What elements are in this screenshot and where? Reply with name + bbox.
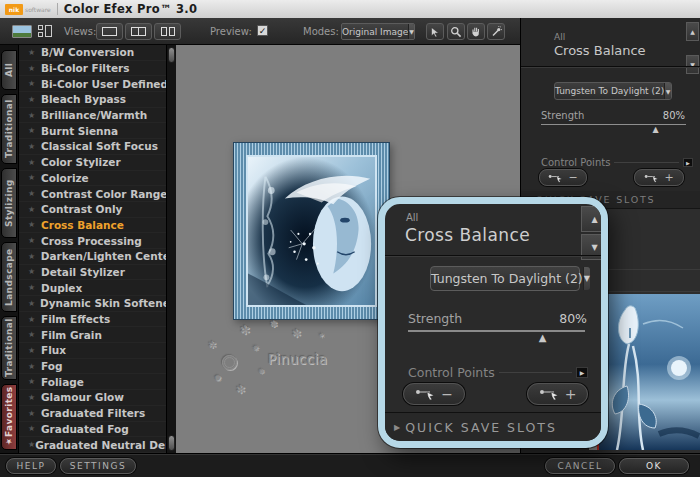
view-side-by-side-button[interactable] [154,23,181,40]
sidebar-tab-stylizing-2[interactable]: Stylizing [1,168,17,238]
star-icon[interactable]: ★ [28,173,41,182]
star-icon[interactable]: ★ [28,236,41,245]
filter-row[interactable]: ★Cross Balance [19,218,175,234]
quick-save-slots-header[interactable]: ▶ QUICK SAVE SLOTS [385,412,601,441]
scrollbar-thumb-top[interactable] [168,47,175,63]
filter-row[interactable]: ★Graduated Neutral Density [19,437,175,453]
filter-row[interactable]: ★Contrast Only [19,202,175,218]
sidebar-tab-all-0[interactable]: All [1,50,17,90]
filter-row[interactable]: ★Graduated Fog [19,422,175,438]
filter-row[interactable]: ★B/W Conversion [19,45,175,61]
star-icon[interactable]: ★ [28,252,41,261]
slider-marker-icon[interactable]: ▲ [539,332,547,343]
star-icon[interactable]: ★ [28,189,41,198]
control-points-expand-button[interactable] [576,367,588,378]
star-icon[interactable]: ★ [28,377,41,386]
filter-row[interactable]: ★Classical Soft Focus [19,139,175,155]
modes-dropdown[interactable]: Original Image [341,23,415,40]
star-icon[interactable]: ★ [28,299,40,308]
slot-preview-image [599,294,700,450]
filter-row[interactable]: ★Flux [19,343,175,359]
preset-dropdown[interactable]: Tungsten To Daylight (2) [554,82,672,100]
star-icon[interactable]: ★ [28,424,41,433]
star-icon[interactable]: ★ [28,220,41,229]
add-control-point-button[interactable]: + [634,169,684,186]
filter-row[interactable]: ★Duplex [19,280,175,296]
filter-row[interactable]: ★Brilliance/Warmth [19,108,175,124]
strength-slider[interactable]: ▲ [408,330,585,332]
cancel-button[interactable]: CANCEL [545,458,615,474]
filter-row[interactable]: ★Cross Processing [19,233,175,249]
remove-control-point-button[interactable]: − [539,169,587,186]
filter-label: Contrast Only [41,203,122,215]
star-icon[interactable]: ★ [28,48,41,57]
filter-row[interactable]: ★Colorize [19,171,175,187]
sidebar-tab-traditional-1[interactable]: Traditional [1,94,17,164]
star-icon[interactable]: ★ [28,64,41,73]
star-icon[interactable]: ★ [28,409,41,418]
star-icon[interactable]: ★ [28,330,41,339]
remove-control-point-button[interactable]: − [403,383,465,405]
view-single-button[interactable] [96,23,123,40]
filter-row[interactable]: ★Bleach Bypass [19,92,175,108]
star-icon[interactable]: ★ [28,440,35,449]
star-icon[interactable]: ★ [28,95,41,104]
control-points-expand-button[interactable] [683,158,693,167]
filter-row[interactable]: ★Film Grain [19,327,175,343]
filter-row[interactable]: ★Foliage [19,374,175,390]
sidebar-tab-traditional-4[interactable]: Traditional [1,316,17,380]
star-icon[interactable]: ★ [28,79,41,88]
scroll-down-button[interactable] [686,55,699,74]
star-icon[interactable]: ★ [28,111,41,120]
star-icon[interactable]: ★ [28,205,41,214]
view-split-button[interactable] [125,23,152,40]
select-tool-button[interactable] [426,23,444,40]
image-thumbnail-icon[interactable] [12,25,32,38]
ok-button[interactable]: OK [619,458,689,474]
scrollbar-thumb-bottom[interactable] [168,435,175,451]
chevron-down-icon [664,83,671,99]
scroll-up-button[interactable] [581,206,608,232]
filter-row[interactable]: ★Bi-Color Filters [19,61,175,77]
help-button[interactable]: HELP [6,458,56,474]
star-icon[interactable]: ★ [28,267,41,276]
filter-label: Foliage [41,376,84,388]
star-icon[interactable]: ★ [28,283,41,292]
filter-row[interactable]: ★Burnt Sienna [19,123,175,139]
add-control-point-button[interactable]: + [527,383,588,405]
color-efex-pro-window: nik software Color Efex Pro™ 3.0 Views: … [0,0,700,477]
filter-row[interactable]: ★Color Stylizer [19,155,175,171]
filter-row[interactable]: ★Glamour Glow [19,390,175,406]
filter-row[interactable]: ★Detail Stylizer [19,265,175,281]
preset-dropdown[interactable]: Tungsten To Daylight (2) [430,266,580,291]
filter-row[interactable]: ★Contrast Color Range [19,186,175,202]
sidebar-tab-favorites-5[interactable]: ★Favorites [1,384,17,450]
slider-marker-icon[interactable]: ▲ [652,125,658,134]
filter-row[interactable]: ★Fog [19,359,175,375]
pan-tool-button[interactable] [467,23,485,40]
zoom-tool-button[interactable] [447,23,465,40]
filter-list: ★B/W Conversion★Bi-Color Filters★Bi-Colo… [18,45,176,453]
preview-checkbox[interactable]: ✓ [257,25,268,36]
eyedropper-tool-button[interactable] [487,23,505,40]
filter-row[interactable]: ★Bi-Color User Defined [19,76,175,92]
settings-button[interactable]: SETTINGS [60,458,136,474]
star-icon[interactable]: ★ [28,158,41,167]
star-icon[interactable]: ★ [28,126,41,135]
sidebar-tab-landscape-3[interactable]: Landscape [1,242,17,312]
filter-row[interactable]: ★Film Effects [19,312,175,328]
filter-browser-icon[interactable] [38,25,54,38]
filter-list-scrollbar[interactable] [166,45,176,453]
filter-row[interactable]: ★Graduated Filters [19,406,175,422]
star-icon[interactable]: ★ [28,346,41,355]
scroll-up-button[interactable] [686,22,699,41]
sidebar-tab-label: Traditional [4,319,14,378]
star-icon[interactable]: ★ [28,315,41,324]
star-icon[interactable]: ★ [28,362,41,371]
star-icon[interactable]: ★ [28,393,41,402]
strength-slider[interactable]: ▲ [541,124,686,125]
filter-row[interactable]: ★Dynamic Skin Softener [19,296,175,312]
control-points-label: Control Points [408,365,495,380]
filter-row[interactable]: ★Darken/Lighten Center [19,249,175,265]
star-icon[interactable]: ★ [28,142,41,151]
